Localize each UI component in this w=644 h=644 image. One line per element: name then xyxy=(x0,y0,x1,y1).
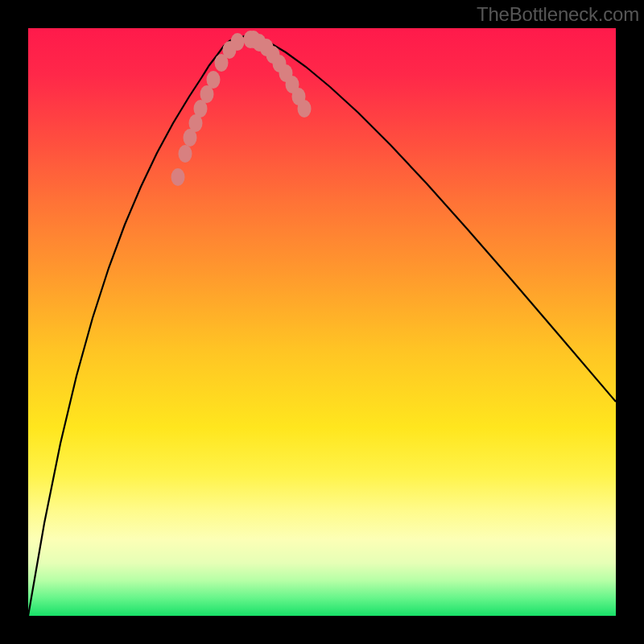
marker-dot xyxy=(179,145,192,163)
watermark-text: TheBottleneck.com xyxy=(477,3,639,26)
marker-dot xyxy=(171,168,185,186)
chart-svg xyxy=(28,28,616,616)
marker-dot xyxy=(207,71,221,89)
gradient-bg xyxy=(28,28,616,616)
marker-dot xyxy=(298,100,312,118)
marker-dot xyxy=(231,33,245,51)
chart-area xyxy=(28,28,616,616)
